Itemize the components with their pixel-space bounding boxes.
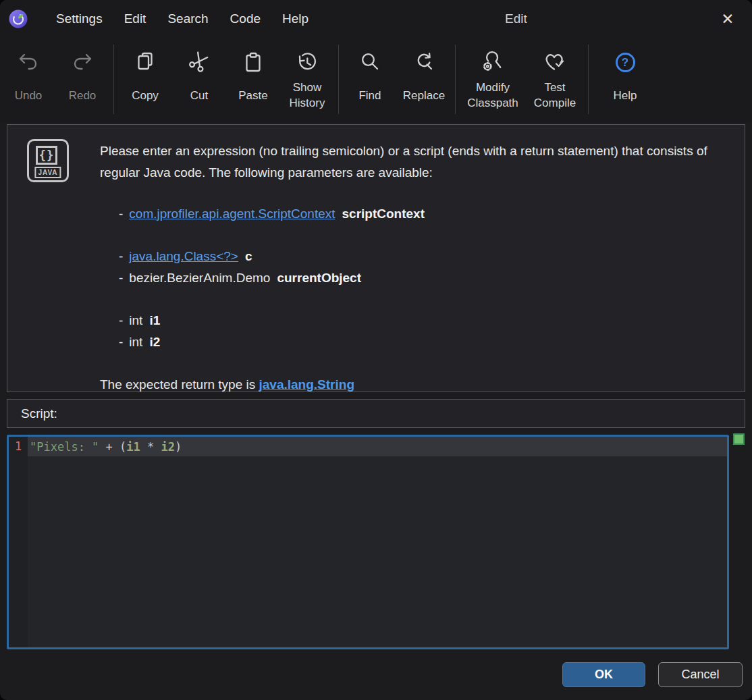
menu-search[interactable]: Search [157,0,219,38]
param-scriptcontext: -com.jprofiler.api.agent.ScriptContextsc… [119,203,738,225]
toolbar-redo-label: Redo [69,78,97,113]
help-icon: ? [616,47,635,78]
param-class: -java.lang.Class<?>c [119,246,738,267]
cancel-button[interactable]: Cancel [658,662,743,687]
toolbar-replace-label: Replace [403,78,445,113]
toolbar-find-button[interactable]: Find [343,38,397,122]
menu-settings[interactable]: Settings [45,0,113,38]
string-literal-token: "Pixels: " [30,440,99,454]
param-i1: -inti1 [119,310,738,331]
toolbar-replace-button[interactable]: Replace [397,38,451,122]
toolbar-show-history-label: ShowHistory [290,78,325,113]
toolbar-help-button[interactable]: ? Help [598,38,652,122]
param-currentobject: -bezier.BezierAnim.DemocurrentObject [119,267,738,289]
param-name: currentObject [277,271,361,285]
return-type-line: The expected return type is java.lang.St… [100,374,738,396]
replace-icon [412,47,435,78]
menu-code[interactable]: Code [219,0,271,38]
script-code-editor[interactable]: 1 "Pixels: " + (i1 * i2) [7,435,729,649]
redo-icon [71,47,94,78]
toolbar-show-history-button[interactable]: ShowHistory [280,38,334,122]
param-i2: -inti2 [119,331,738,353]
toolbar-copy-button[interactable]: Copy [118,38,172,122]
variable-token-i2: i2 [161,440,175,454]
editor-container: 1 "Pixels: " + (i1 * i2) [7,435,729,649]
param-type: int [129,335,142,349]
toolbar-copy-label: Copy [132,78,159,113]
param-name: i2 [149,335,160,349]
toolbar-separator [455,45,456,114]
toolbar-undo-button[interactable]: Undo [1,38,55,122]
close-icon[interactable]: ✕ [713,5,743,32]
toolbar-find-label: Find [358,78,381,113]
toolbar-separator [338,45,339,114]
toolbar-paste-button[interactable]: Paste [226,38,280,122]
line-number-gutter: 1 [9,437,28,647]
param-name: i1 [149,313,160,327]
java-file-icon: {} JAVA [27,139,69,182]
toolbar-separator [113,45,114,114]
history-icon [295,47,319,78]
variable-token-i1: i1 [126,440,140,454]
compile-status-indicator [733,433,745,445]
code-area[interactable]: "Pixels: " + (i1 * i2) [28,437,727,647]
toolbar-paste-label: Paste [238,78,267,113]
java-braces-icon: {} [36,146,57,165]
menubar: Settings Edit Search Code Help [45,0,319,38]
param-type-link-scriptcontext[interactable]: com.jprofiler.api.agent.ScriptContext [129,207,335,221]
jprofiler-logo-icon [9,9,28,28]
line-number: 1 [9,437,28,456]
parameter-list: -com.jprofiler.api.agent.ScriptContextsc… [100,203,738,353]
undo-icon [17,47,40,78]
script-label: Script: [21,406,57,421]
classpath-gear-magnifier-icon [481,47,505,78]
param-name: scriptContext [342,207,425,221]
instructions-text: Please enter an expression (no trailing … [100,140,738,184]
cut-icon [188,47,211,78]
script-label-panel: Script: [7,399,745,428]
toolbar-test-compile-label: TestCompile [534,78,576,113]
ok-button[interactable]: OK [562,662,645,687]
toolbar-undo-label: Undo [15,78,43,113]
menu-help[interactable]: Help [271,0,319,38]
param-type: int [129,313,142,327]
menu-edit[interactable]: Edit [113,0,157,38]
toolbar-test-compile-button[interactable]: TestCompile [526,38,584,122]
paste-icon [241,47,265,78]
description-panel: {} JAVA Please enter an expression (no t… [7,124,745,392]
toolbar: Undo Redo Copy [0,38,752,122]
param-type-link-class[interactable]: java.lang.Class<?> [129,249,238,263]
window-title: Edit [505,0,527,38]
param-type: bezier.BezierAnim.Demo [129,271,270,285]
toolbar-help-label: Help [614,78,637,113]
titlebar: Settings Edit Search Code Help Edit ✕ [0,0,752,38]
copy-icon [134,47,157,78]
toolbar-modify-classpath-label: ModifyClasspath [467,78,518,113]
search-icon [358,47,381,78]
toolbar-cut-label: Cut [190,78,208,113]
code-line-1: "Pixels: " + (i1 * i2) [28,437,727,456]
toolbar-modify-classpath-button[interactable]: ModifyClasspath [460,38,526,122]
toolbar-redo-button[interactable]: Redo [55,38,109,122]
toolbar-separator [588,45,589,114]
heart-check-icon [543,47,567,78]
dialog-footer: OK Cancel [9,662,743,687]
toolbar-cut-button[interactable]: Cut [172,38,226,122]
edit-dialog-window: Settings Edit Search Code Help Edit ✕ Un… [0,0,752,700]
return-type-link[interactable]: java.lang.String [259,377,354,392]
param-name: c [245,249,252,263]
